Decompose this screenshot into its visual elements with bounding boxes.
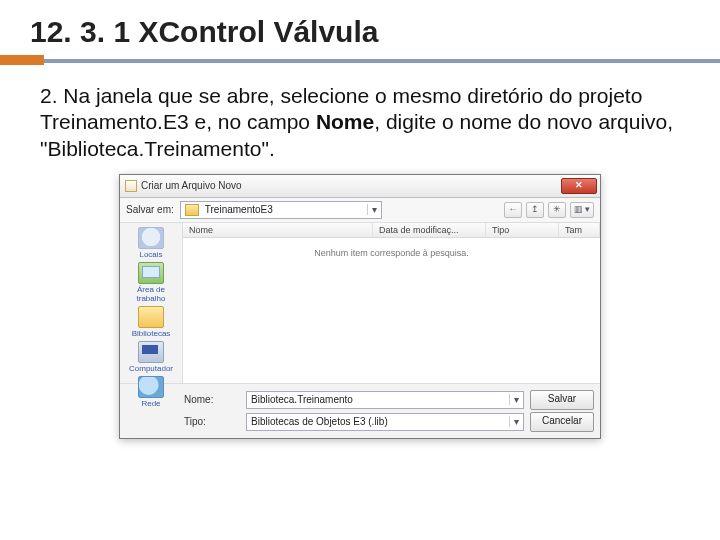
place-computer[interactable]: Computador [123, 341, 179, 373]
slide-body: 2. Na janela que se abre, selecione o me… [40, 83, 690, 162]
computer-icon [138, 341, 164, 363]
dialog-toolbar: Salvar em: TreinamentoE3 ▾ ← ↥ ✳ ▥ ▾ [120, 198, 600, 223]
dialog-titlebar: Criar um Arquivo Novo ✕ [120, 175, 600, 198]
slide-title: 12. 3. 1 XControl Válvula [30, 15, 690, 49]
dialog-bottom: Nome: Biblioteca.Treinamento ▾ Salvar Ti… [120, 383, 600, 438]
chevron-down-icon[interactable]: ▾ [367, 204, 381, 215]
views-button[interactable]: ▥ ▾ [570, 202, 594, 218]
save-button[interactable]: Salvar [530, 390, 594, 410]
filename-value: Biblioteca.Treinamento [247, 394, 509, 405]
new-folder-button[interactable]: ✳ [548, 202, 566, 218]
places-bar: Locais Área de trabalho Bibliotecas Comp… [120, 223, 183, 383]
body-bold: Nome [316, 110, 374, 133]
place-recent[interactable]: Locais [123, 227, 179, 259]
place-desktop[interactable]: Área de trabalho [123, 262, 179, 303]
filetype-field[interactable]: Bibliotecas de Objetos E3 (.lib) ▾ [246, 413, 524, 431]
document-icon [125, 180, 137, 192]
place-libraries[interactable]: Bibliotecas [123, 306, 179, 338]
filename-field[interactable]: Biblioteca.Treinamento ▾ [246, 391, 524, 409]
up-button[interactable]: ↥ [526, 202, 544, 218]
col-size[interactable]: Tam [559, 223, 600, 237]
filetype-value: Bibliotecas de Objetos E3 (.lib) [247, 416, 509, 427]
save-in-label: Salvar em: [126, 204, 174, 215]
empty-message: Nenhum item corresponde à pesquisa. [183, 238, 600, 383]
libraries-icon [138, 306, 164, 328]
col-name[interactable]: Nome [183, 223, 373, 237]
dialog-title: Criar um Arquivo Novo [141, 180, 242, 191]
place-label: Bibliotecas [132, 329, 171, 338]
cancel-button[interactable]: Cancelar [530, 412, 594, 432]
place-label: Computador [129, 364, 173, 373]
filetype-label: Tipo: [126, 416, 240, 427]
back-button[interactable]: ← [504, 202, 522, 218]
desktop-icon [138, 262, 164, 284]
column-headers[interactable]: Nome Data de modificaç... Tipo Tam [183, 223, 600, 238]
chevron-down-icon[interactable]: ▾ [509, 416, 523, 427]
folder-icon [185, 204, 199, 216]
recent-icon [138, 227, 164, 249]
col-date[interactable]: Data de modificaç... [373, 223, 486, 237]
col-type[interactable]: Tipo [486, 223, 559, 237]
place-label: Área de trabalho [123, 285, 179, 303]
close-button[interactable]: ✕ [561, 178, 597, 194]
save-in-combo[interactable]: TreinamentoE3 ▾ [180, 201, 382, 219]
place-label: Locais [139, 250, 162, 259]
save-dialog: Criar um Arquivo Novo ✕ Salvar em: Trein… [119, 174, 601, 439]
title-rule [0, 55, 720, 65]
save-in-value: TreinamentoE3 [203, 204, 367, 215]
filename-label: Nome: [126, 394, 240, 405]
chevron-down-icon[interactable]: ▾ [509, 394, 523, 405]
file-list[interactable]: Nome Data de modificaç... Tipo Tam Nenhu… [183, 223, 600, 383]
